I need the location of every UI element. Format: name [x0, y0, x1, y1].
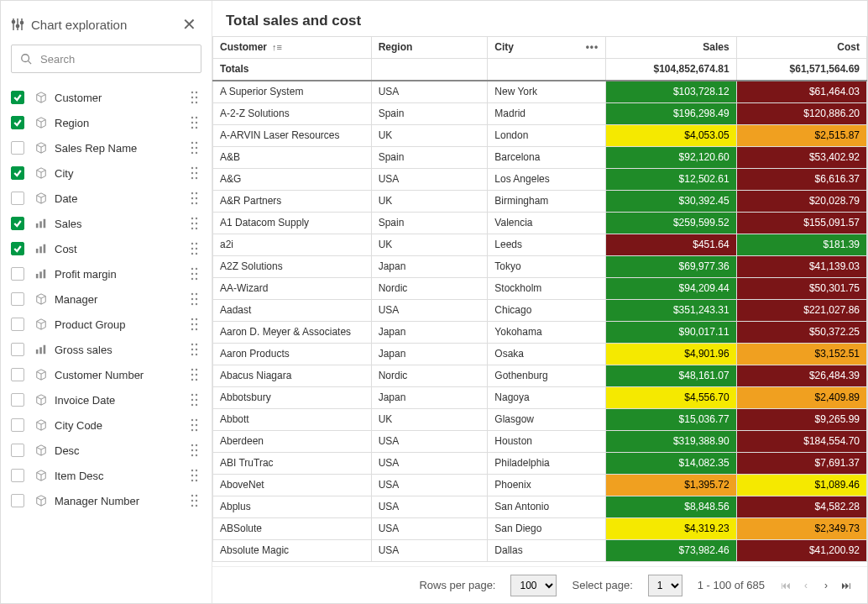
field-checkbox[interactable] — [11, 494, 24, 507]
table-row[interactable]: Aaron ProductsJapanOsaka$4,901.96$3,152.… — [213, 344, 867, 365]
field-checkbox[interactable] — [11, 469, 24, 482]
table-row[interactable]: ABSoluteUSASan Diego$4,319.23$2,349.73 — [213, 518, 867, 540]
field-checkbox[interactable] — [11, 292, 24, 306]
svg-point-52 — [191, 248, 193, 249]
next-page-icon[interactable]: › — [820, 580, 832, 591]
field-row[interactable]: Invoice Date — [8, 387, 205, 412]
drag-handle-icon[interactable] — [188, 292, 201, 306]
field-row[interactable]: Customer Number — [8, 362, 205, 387]
rows-per-page-select[interactable]: 100 — [510, 575, 557, 596]
table-row[interactable]: Abacus NiagaraNordicGothenburg$48,161.07… — [213, 365, 867, 387]
field-row[interactable]: Sales — [8, 211, 205, 236]
table-row[interactable]: A-2-Z SolutionsSpainMadrid$196,298.49$12… — [213, 103, 867, 125]
drag-handle-icon[interactable] — [188, 343, 201, 356]
field-row[interactable]: Sales Rep Name — [8, 135, 205, 160]
table-row[interactable]: AadastUSAChicago$351,243.31$221,027.86 — [213, 300, 867, 322]
field-row[interactable]: Desc — [8, 438, 205, 463]
field-checkbox[interactable] — [11, 368, 24, 381]
drag-handle-icon[interactable] — [188, 318, 201, 331]
table-row[interactable]: A-ARVIN Laser ResourcesUKLondon$4,053.05… — [213, 125, 867, 147]
field-row[interactable]: Customer — [8, 85, 205, 110]
col-header-sales[interactable]: Sales — [606, 37, 736, 59]
svg-point-20 — [191, 142, 193, 144]
field-checkbox[interactable] — [11, 91, 24, 104]
drag-handle-icon[interactable] — [188, 393, 201, 407]
drag-handle-icon[interactable] — [188, 469, 201, 482]
table-row[interactable]: A Superior SystemUSANew York$103,728.12$… — [213, 81, 867, 103]
table-row[interactable]: A&BSpainBarcelona$92,120.60$53,402.92 — [213, 147, 867, 169]
first-page-icon[interactable]: ⏮ — [780, 580, 792, 591]
drag-handle-icon[interactable] — [188, 267, 201, 281]
field-checkbox[interactable] — [11, 217, 24, 230]
drag-handle-icon[interactable] — [188, 166, 201, 180]
field-row[interactable]: Gross sales — [8, 337, 205, 362]
table-row[interactable]: A&GUSALos Angeles$12,502.61$6,616.37 — [213, 169, 867, 191]
table-row[interactable]: ABI TruTracUSAPhiladelphia$14,082.35$7,6… — [213, 453, 867, 475]
table-row[interactable]: AbbotsburyJapanNagoya$4,556.70$2,409.89 — [213, 387, 867, 409]
col-header-region[interactable]: Region — [371, 37, 488, 59]
svg-point-30 — [191, 177, 193, 179]
field-checkbox[interactable] — [11, 393, 24, 407]
field-row[interactable]: Profit margin — [8, 261, 205, 286]
more-icon[interactable]: ••• — [586, 41, 599, 54]
svg-point-24 — [191, 152, 193, 154]
table-row[interactable]: AA-WizardNordicStockholm$94,209.44$50,30… — [213, 278, 867, 300]
svg-point-23 — [196, 147, 197, 149]
drag-handle-icon[interactable] — [188, 368, 201, 381]
field-row[interactable]: Cost — [8, 236, 205, 261]
field-row[interactable]: Manager — [8, 286, 205, 312]
svg-point-96 — [191, 404, 193, 406]
table-row[interactable]: Aaron D. Meyer & AssociatesJapanYokohama… — [213, 322, 867, 344]
field-row[interactable]: Region — [8, 110, 205, 135]
field-checkbox[interactable] — [11, 192, 24, 205]
drag-handle-icon[interactable] — [188, 242, 201, 255]
table-row[interactable]: AberdeenUSAHouston$319,388.90$184,554.70 — [213, 431, 867, 453]
field-row[interactable]: Date — [8, 186, 205, 211]
field-checkbox[interactable] — [11, 242, 24, 255]
drag-handle-icon[interactable] — [188, 116, 201, 129]
field-row[interactable]: City Code — [8, 412, 205, 438]
cell-cost: $6,616.37 — [736, 169, 866, 191]
cell-sales: $94,209.44 — [606, 278, 736, 300]
col-header-cost[interactable]: Cost — [736, 37, 866, 59]
cell-customer: Aberdeen — [213, 431, 372, 453]
prev-page-icon[interactable]: ‹ — [800, 580, 812, 591]
drag-handle-icon[interactable] — [188, 192, 201, 205]
table-row[interactable]: AbplusUSASan Antonio$8,848.56$4,582.28 — [213, 496, 867, 518]
search-box[interactable] — [11, 45, 201, 73]
field-checkbox[interactable] — [11, 318, 24, 331]
drag-handle-icon[interactable] — [188, 217, 201, 230]
field-row[interactable]: Manager Number — [8, 488, 205, 513]
table-row[interactable]: A1 Datacom SupplySpainValencia$259,599.5… — [213, 213, 867, 234]
drag-handle-icon[interactable] — [188, 444, 201, 457]
field-row[interactable]: City — [8, 160, 205, 186]
table-row[interactable]: AboveNetUSAPhoenix$1,395.72$1,089.46 — [213, 475, 867, 496]
close-icon[interactable]: ✕ — [177, 13, 201, 36]
field-row[interactable]: Product Group — [8, 312, 205, 337]
search-input[interactable] — [39, 52, 192, 66]
field-checkbox[interactable] — [11, 141, 24, 155]
field-label: Gross sales — [55, 344, 188, 356]
select-page-label: Select page: — [572, 579, 632, 591]
field-checkbox[interactable] — [11, 166, 24, 180]
select-page-select[interactable]: 1 — [648, 575, 682, 596]
field-checkbox[interactable] — [11, 116, 24, 129]
table-row[interactable]: Absolute MagicUSADallas$73,982.46$41,200… — [213, 540, 867, 562]
drag-handle-icon[interactable] — [188, 91, 201, 104]
drag-handle-icon[interactable] — [188, 418, 201, 432]
field-checkbox[interactable] — [11, 418, 24, 432]
field-checkbox[interactable] — [11, 343, 24, 356]
drag-handle-icon[interactable] — [188, 494, 201, 507]
table-row[interactable]: A&R PartnersUKBirmingham$30,392.45$20,02… — [213, 191, 867, 213]
table-row[interactable]: A2Z SolutionsJapanTokyo$69,977.36$41,139… — [213, 256, 867, 278]
last-page-icon[interactable]: ⏭ — [840, 580, 852, 591]
table-row[interactable]: a2iUKLeeds$451.64$181.39 — [213, 234, 867, 256]
table-row[interactable]: AbbottUKGlasgow$15,036.77$9,265.99 — [213, 409, 867, 431]
col-header-customer[interactable]: Customer ↑≡ — [213, 37, 372, 59]
field-row[interactable]: Item Desc — [8, 463, 205, 488]
col-header-city[interactable]: City ••• — [488, 37, 606, 59]
drag-handle-icon[interactable] — [188, 141, 201, 155]
grid-scroll[interactable]: Customer ↑≡ Region City ••• Sales — [212, 36, 867, 566]
field-checkbox[interactable] — [11, 267, 24, 281]
field-checkbox[interactable] — [11, 444, 24, 457]
